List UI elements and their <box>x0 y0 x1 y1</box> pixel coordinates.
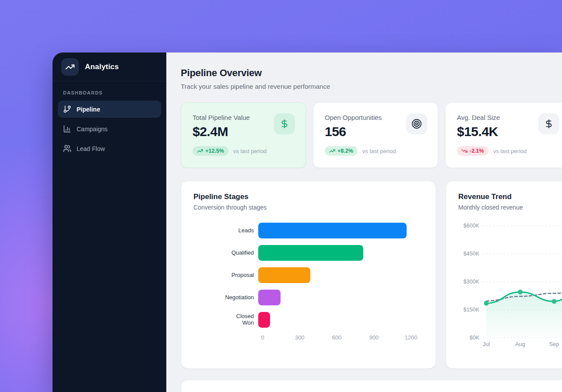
brand-name: Analytics <box>85 63 119 71</box>
x-axis-tick: 1200 <box>405 334 418 341</box>
change-badge: +12.5% <box>193 146 228 156</box>
x-axis-tick: 600 <box>332 334 342 341</box>
change-value: -2.1% <box>470 148 484 154</box>
x-axis-tick: Aug <box>515 341 525 347</box>
bar-proposal[interactable] <box>258 267 310 283</box>
sidebar-item-label: Lead Flow <box>77 145 105 152</box>
dollar-icon <box>538 113 559 134</box>
pipeline-stages-subtitle: Conversion through stages <box>193 204 423 211</box>
trending-up-icon <box>329 148 335 154</box>
nav-section-label: DASHBOARDS <box>53 81 166 101</box>
y-axis-tick: $150K <box>464 307 480 313</box>
bar-category-label: Negotiation <box>193 294 258 301</box>
bar-row-closed-won: Closed Won <box>193 312 423 328</box>
x-axis-tick: 0 <box>261 334 264 341</box>
stat-note: vs last period <box>362 148 396 154</box>
target-icon <box>406 113 427 134</box>
users-icon <box>63 144 71 153</box>
bar-category-label: Qualified <box>193 250 258 256</box>
revenue-trend-svg: $0K$150K$300K$450K$600KJulAugSep <box>458 219 562 350</box>
bar-qualified[interactable] <box>258 245 363 261</box>
bar-row-qualified: Qualified <box>193 245 423 261</box>
stat-note: vs last period <box>233 148 267 154</box>
change-badge: +8.2% <box>325 146 358 156</box>
trending-up-icon <box>197 148 203 154</box>
bottom-card-partial <box>181 380 562 392</box>
change-value: +8.2% <box>337 148 353 154</box>
bar-leads[interactable] <box>258 223 407 238</box>
x-axis-tick: Sep <box>549 341 559 347</box>
pipeline-stages-title: Pipeline Stages <box>193 192 423 201</box>
revenue-point-jul <box>484 301 489 306</box>
revenue-point-aug <box>518 290 523 294</box>
sidebar-item-label: Pipeline <box>77 106 100 113</box>
page-subtitle: Track your sales pipeline and revenue pe… <box>181 83 562 90</box>
y-axis-tick: $300K <box>464 279 480 285</box>
bar-row-proposal: Proposal <box>193 267 423 283</box>
revenue-trend-plot: $0K$150K$300K$450K$600KJulAugSep <box>458 219 557 352</box>
y-axis-tick: $600K <box>464 223 480 229</box>
revenue-point-sep <box>552 299 557 304</box>
sidebar-nav: PipelineCampaignsLead Flow <box>53 101 166 160</box>
bar-category-label: Leads <box>193 228 258 234</box>
charts-row: Pipeline Stages Conversion through stage… <box>181 181 562 369</box>
sidebar-item-lead-flow[interactable]: Lead Flow <box>58 140 161 157</box>
revenue-trend-subtitle: Monthly closed revenue <box>458 204 557 211</box>
pipeline-stages-card: Pipeline Stages Conversion through stage… <box>181 181 436 369</box>
sidebar: Analytics DASHBOARDS PipelineCampaignsLe… <box>53 52 166 392</box>
pipeline-stages-bars: LeadsQualifiedProposalNegotiationClosed … <box>193 223 423 328</box>
bar-category-label: Proposal <box>193 272 258 279</box>
main-area: Pipeline Overview Track your sales pipel… <box>166 52 562 392</box>
stat-card-total-pipeline-value[interactable]: Total Pipeline Value$2.4M+12.5%vs last p… <box>181 102 306 168</box>
bar-negotiation[interactable] <box>258 290 281 305</box>
y-axis-tick: $0K <box>470 335 480 341</box>
y-axis-tick: $450K <box>464 251 480 257</box>
stats-row: Total Pipeline Value$2.4M+12.5%vs last p… <box>181 102 562 168</box>
revenue-trend-title: Revenue Trend <box>458 192 557 201</box>
stat-note: vs last period <box>493 148 527 154</box>
x-axis-tick: 900 <box>369 334 379 341</box>
revenue-area <box>486 279 562 338</box>
bar-row-negotiation: Negotiation <box>193 290 423 305</box>
x-axis-tick: 300 <box>295 334 305 341</box>
bar-category-label: Closed Won <box>193 313 258 326</box>
revenue-trend-card: Revenue Trend Monthly closed revenue $0K… <box>446 181 562 369</box>
trending-down-icon <box>461 148 467 154</box>
bar-chart-icon <box>63 125 71 133</box>
change-value: +12.5% <box>205 148 224 154</box>
change-badge: -2.1% <box>457 146 488 156</box>
stat-card-avg-deal-size[interactable]: Avg. Deal Size$15.4K-2.1%vs last period <box>445 102 562 168</box>
bar-closed-won[interactable] <box>258 312 270 328</box>
page-title: Pipeline Overview <box>181 67 562 79</box>
brand: Analytics <box>53 52 166 81</box>
app-window: Analytics DASHBOARDS PipelineCampaignsLe… <box>53 52 562 392</box>
sidebar-item-pipeline[interactable]: Pipeline <box>58 101 161 118</box>
git-branch-icon <box>63 105 71 113</box>
x-axis-tick: Jul <box>483 341 490 347</box>
trending-up-logo-icon <box>61 58 79 76</box>
pipeline-stages-x-axis: 03006009001200 <box>263 334 423 342</box>
sidebar-item-campaigns[interactable]: Campaigns <box>58 120 161 137</box>
dollar-icon <box>274 113 295 134</box>
stat-card-open-opportunities[interactable]: Open Opportunities156+8.2%vs last period <box>313 102 438 168</box>
bar-row-leads: Leads <box>193 223 423 238</box>
sidebar-item-label: Campaigns <box>77 126 108 133</box>
